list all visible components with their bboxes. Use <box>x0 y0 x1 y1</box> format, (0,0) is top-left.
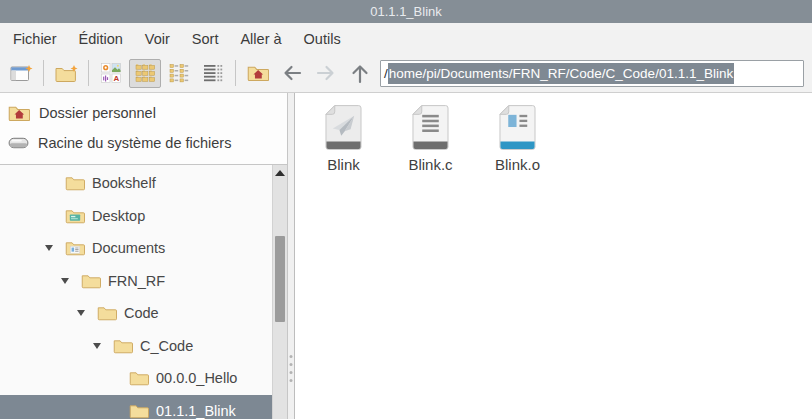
content-area: Dossier personnelRacine du système de fi… <box>0 93 812 419</box>
file-blink-c[interactable]: Blink.c <box>387 102 474 173</box>
tree-scrollbar[interactable] <box>272 165 287 419</box>
expander-icon[interactable] <box>45 245 65 251</box>
tree-item-documents[interactable]: Documents <box>0 232 287 265</box>
tree-item-desktop[interactable]: Desktop <box>0 200 287 233</box>
directory-tree: BookshelfDesktopDocumentsFRN_RFCodeC_Cod… <box>0 165 287 419</box>
forward-arrow-icon <box>314 62 338 84</box>
tree-item-c-code[interactable]: C_Code <box>0 330 287 363</box>
scrollbar-thumb[interactable] <box>275 236 285 322</box>
folder-icon <box>129 403 149 419</box>
tree-item-label: 00.0.0_Hello <box>156 370 237 386</box>
forward-button[interactable] <box>310 59 342 88</box>
compact-view-icon <box>169 63 189 83</box>
detailed-view-button[interactable] <box>197 59 229 88</box>
expander-icon[interactable] <box>77 310 97 316</box>
back-arrow-icon <box>280 62 304 84</box>
place-label: Racine du système de fichiers <box>38 135 231 151</box>
tree-item-label: Code <box>124 305 159 321</box>
window-title: 01.1.1_Blink <box>370 4 442 19</box>
tree-item-label: Documents <box>92 240 165 256</box>
back-button[interactable] <box>276 59 308 88</box>
home-folder-icon <box>8 104 30 122</box>
toolbar-separator <box>235 60 236 86</box>
file-name-label: Blink <box>327 156 360 173</box>
up-triangle-icon <box>275 170 285 176</box>
path-text-selected: home/pi/Documents/FRN_RF/Code/C_Code/01.… <box>388 63 734 84</box>
file-manager-window: 01.1.1_Blink FichierÉditionVoirSortAller… <box>0 0 812 419</box>
toolbar-separator <box>43 60 44 86</box>
toolbar: A /home/pi/Documents/FRN_RF/Code/C_Code/… <box>0 54 812 93</box>
pane-splitter[interactable] <box>288 93 294 419</box>
splitter-grip-icon <box>290 355 293 382</box>
folder-icon <box>97 305 117 321</box>
thumbnail-view-button[interactable]: A <box>95 59 127 88</box>
menu-fichier[interactable]: Fichier <box>2 26 68 52</box>
tree-item-01-1-1-blink[interactable]: 01.1.1_Blink <box>0 395 287 419</box>
menu-voir[interactable]: Voir <box>134 26 181 52</box>
icon-view-icon <box>135 63 155 83</box>
toolbar-separator <box>88 60 89 86</box>
tree-item-label: FRN_RF <box>108 273 165 289</box>
title-bar: 01.1.1_Blink <box>0 0 812 23</box>
thumbnail-view-icon: A <box>101 63 121 83</box>
sidebar: Dossier personnelRacine du système de fi… <box>0 93 288 419</box>
home-folder-icon <box>247 64 269 82</box>
new-tab-button[interactable] <box>50 59 82 88</box>
detailed-list-view-icon <box>203 63 223 83</box>
menu-edition[interactable]: Édition <box>68 26 134 52</box>
tree-item-label: Bookshelf <box>92 175 156 191</box>
place-dossier-personnel[interactable]: Dossier personnel <box>0 98 287 128</box>
file-blink-o[interactable]: Blink.o <box>474 102 561 173</box>
place-label: Dossier personnel <box>39 105 156 121</box>
home-button[interactable] <box>242 59 274 88</box>
place-racine-du-systeme-de-fichiers[interactable]: Racine du système de fichiers <box>0 128 287 158</box>
icon-view-button[interactable] <box>129 59 161 88</box>
object-file-icon <box>499 104 536 151</box>
tree-item-code[interactable]: Code <box>0 297 287 330</box>
executable-file-icon <box>325 104 362 151</box>
expander-icon[interactable] <box>61 278 81 284</box>
path-input[interactable]: /home/pi/Documents/FRN_RF/Code/C_Code/01… <box>380 60 804 87</box>
svg-text:A: A <box>113 74 119 83</box>
menu-aller-a[interactable]: Aller à <box>229 26 292 52</box>
menu-outils[interactable]: Outils <box>293 26 352 52</box>
file-name-label: Blink.o <box>495 156 540 173</box>
c-source-file-icon <box>412 104 449 151</box>
up-button[interactable] <box>344 59 376 88</box>
folder-icon <box>129 370 149 386</box>
tree-item-label: Desktop <box>92 208 145 224</box>
tree-item-bookshelf[interactable]: Bookshelf <box>0 167 287 200</box>
tree-item-label: C_Code <box>140 338 193 354</box>
expander-icon[interactable] <box>93 343 113 349</box>
folder-icon <box>113 338 133 354</box>
folder-icon <box>65 175 85 191</box>
compact-view-button[interactable] <box>163 59 195 88</box>
tree-item-00-0-0-hello[interactable]: 00.0.0_Hello <box>0 362 287 395</box>
documents-folder-icon <box>65 240 85 256</box>
directory-tree-panel: BookshelfDesktopDocumentsFRN_RFCodeC_Cod… <box>0 165 288 419</box>
tree-item-frn-rf[interactable]: FRN_RF <box>0 265 287 298</box>
tree-item-label: 01.1.1_Blink <box>156 403 236 419</box>
folder-icon <box>81 273 101 289</box>
menu-bar: FichierÉditionVoirSortAller àOutils <box>0 23 812 54</box>
file-list-pane[interactable]: Blink Blink.c Blink.o <box>294 93 812 419</box>
file-name-label: Blink.c <box>408 156 452 173</box>
up-arrow-icon <box>349 61 371 85</box>
file-blink[interactable]: Blink <box>300 102 387 173</box>
desktop-folder-icon <box>65 208 85 224</box>
scrollbar-up-button[interactable] <box>273 165 287 181</box>
hard-disk-icon <box>8 135 29 151</box>
new-window-icon <box>10 64 33 83</box>
file-grid: Blink Blink.c Blink.o <box>295 93 812 173</box>
menu-sort[interactable]: Sort <box>181 26 230 52</box>
new-window-button[interactable] <box>5 59 37 88</box>
places-list: Dossier personnelRacine du système de fi… <box>0 93 288 165</box>
new-tab-icon <box>55 64 78 83</box>
toolbar-buttons: A <box>4 59 377 88</box>
